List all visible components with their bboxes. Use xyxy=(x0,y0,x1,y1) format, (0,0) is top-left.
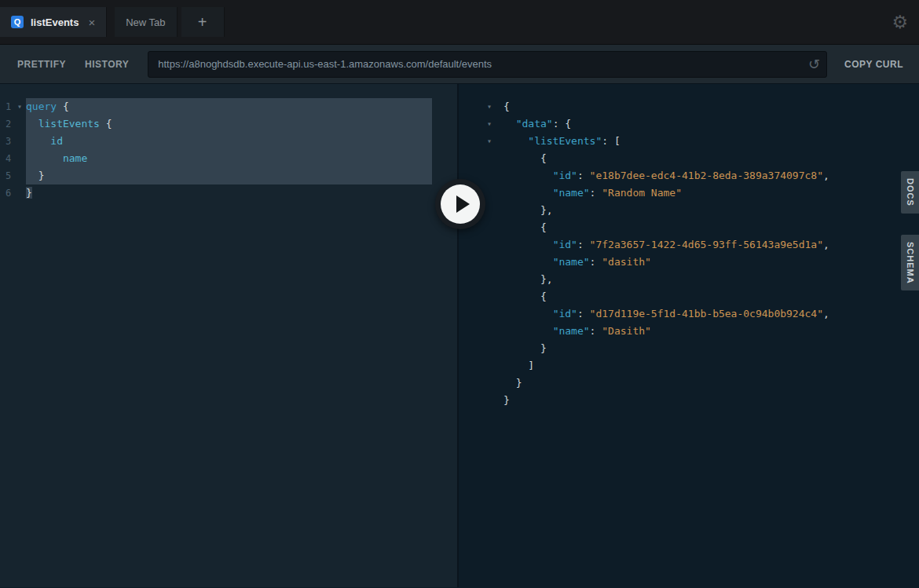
docs-side-tab[interactable]: DOCS xyxy=(901,171,919,214)
code-text: query { xyxy=(26,98,432,115)
code-token: } xyxy=(26,187,32,199)
code-token: : xyxy=(590,256,602,268)
code-token xyxy=(503,221,540,233)
response-line: ▾{ xyxy=(459,98,919,115)
code-token xyxy=(57,100,63,112)
response-line: }, xyxy=(459,271,919,288)
code-token: : [ xyxy=(602,135,620,147)
code-token: "Random Name" xyxy=(602,187,682,199)
endpoint-url-input[interactable] xyxy=(148,51,827,78)
code-token: name xyxy=(63,152,87,164)
code-text: "name": "dasith" xyxy=(503,254,651,271)
fold-spacer xyxy=(487,305,503,323)
code-token xyxy=(503,187,553,199)
code-token xyxy=(100,118,106,130)
editor-line[interactable]: 6} xyxy=(0,184,457,202)
line-number: 3 xyxy=(5,133,13,150)
fold-spacer xyxy=(487,323,503,340)
response-line: "name": "Random Name" xyxy=(459,184,919,202)
code-token: } xyxy=(540,342,547,354)
query-editor-pane[interactable]: 1▾query {2 listEvents {3 id4 name5 }6} xyxy=(0,84,459,587)
code-token: { xyxy=(503,100,510,112)
query-editor-lines[interactable]: 1▾query {2 listEvents {3 id4 name5 }6} xyxy=(0,98,457,202)
reload-icon[interactable]: ↺ xyxy=(808,57,820,71)
code-text: ] xyxy=(503,357,534,374)
close-tab-icon[interactable]: × xyxy=(88,16,95,29)
editor-line[interactable]: 4 name xyxy=(0,150,457,167)
tab-label: listEvents xyxy=(31,16,79,28)
code-token: query xyxy=(26,100,57,112)
code-token: id xyxy=(50,135,63,147)
code-token xyxy=(26,152,63,164)
execute-button[interactable] xyxy=(441,184,480,224)
response-line: { xyxy=(459,219,919,236)
fold-caret-icon[interactable]: ▾ xyxy=(487,98,503,115)
response-line: "id": "e18b7dee-edc4-41b2-8eda-389a37409… xyxy=(459,167,919,184)
settings-gear-icon[interactable]: ⚙ xyxy=(892,13,908,31)
code-token: "id" xyxy=(553,170,577,181)
code-text: id xyxy=(26,133,432,150)
history-button[interactable]: HISTORY xyxy=(75,59,138,70)
play-icon xyxy=(456,195,470,213)
code-token xyxy=(503,325,553,337)
main-split: 1▾query {2 listEvents {3 id4 name5 }6} ▾… xyxy=(0,84,919,587)
endpoint-url-wrap: ↺ xyxy=(148,51,827,78)
code-token xyxy=(503,256,553,268)
fold-caret-icon[interactable]: ▾ xyxy=(487,115,503,133)
copy-curl-button[interactable]: COPY CURL xyxy=(837,59,911,70)
code-token: "d17d119e-5f1d-41bb-b5ea-0c94b0b924c4" xyxy=(590,308,823,320)
add-tab-button[interactable]: + xyxy=(181,7,225,37)
line-number: 6 xyxy=(5,184,13,202)
code-token: { xyxy=(106,118,112,130)
code-text: "listEvents": [ xyxy=(503,133,621,150)
code-text: { xyxy=(503,98,510,115)
response-line: ▾ "data": { xyxy=(459,115,919,133)
response-line: "id": "d17d119e-5f1d-41bb-b5ea-0c94b0b92… xyxy=(459,305,919,323)
code-token: "id" xyxy=(553,239,577,250)
code-text: { xyxy=(503,150,547,167)
fold-spacer xyxy=(487,288,503,305)
editor-line[interactable]: 5 } xyxy=(0,167,457,184)
code-token: } xyxy=(516,377,522,389)
fold-spacer xyxy=(487,202,503,219)
fold-spacer xyxy=(13,133,26,150)
code-token: ] xyxy=(528,360,534,371)
code-text: } xyxy=(503,340,547,357)
code-token: "Dasith" xyxy=(602,325,651,337)
fold-spacer xyxy=(13,184,26,202)
code-token: : xyxy=(577,170,590,181)
code-token: "data" xyxy=(516,118,553,130)
line-number: 2 xyxy=(5,115,13,133)
code-token: { xyxy=(540,152,547,164)
graphql-playground-window: Q listEvents × New Tab + ⚙ PRETTIFY HIST… xyxy=(0,0,919,588)
code-token xyxy=(503,273,540,285)
editor-line[interactable]: 3 id xyxy=(0,133,457,150)
editor-line[interactable]: 2 listEvents { xyxy=(0,115,457,133)
code-token xyxy=(503,170,553,181)
code-token xyxy=(503,135,528,147)
code-token: : xyxy=(577,308,590,320)
code-token: "id" xyxy=(553,308,577,320)
fold-caret-icon[interactable]: ▾ xyxy=(487,133,503,150)
fold-caret-icon[interactable]: ▾ xyxy=(13,98,26,115)
code-token: , xyxy=(823,239,829,250)
line-number: 4 xyxy=(5,150,13,167)
response-line: } xyxy=(459,392,919,409)
fold-spacer xyxy=(487,271,503,288)
prettify-button[interactable]: PRETTIFY xyxy=(8,59,75,70)
schema-side-tab[interactable]: SCHEMA xyxy=(901,235,919,290)
code-text: "id": "d17d119e-5f1d-41bb-b5ea-0c94b0b92… xyxy=(503,305,829,323)
tab-new-tab[interactable]: New Tab xyxy=(115,7,177,37)
code-token: "7f2a3657-1422-4d65-93ff-56143a9e5d1a" xyxy=(590,239,823,250)
tab-listevents[interactable]: Q listEvents × xyxy=(0,7,107,37)
fold-spacer xyxy=(13,167,26,184)
code-text: { xyxy=(503,288,547,305)
editor-line[interactable]: 1▾query { xyxy=(0,98,457,115)
code-text: listEvents { xyxy=(26,115,432,133)
code-token xyxy=(503,360,528,371)
response-line: } xyxy=(459,374,919,392)
response-line: { xyxy=(459,150,919,167)
query-tab-icon: Q xyxy=(11,16,24,28)
code-token: } xyxy=(38,170,45,181)
code-text: } xyxy=(503,374,522,392)
